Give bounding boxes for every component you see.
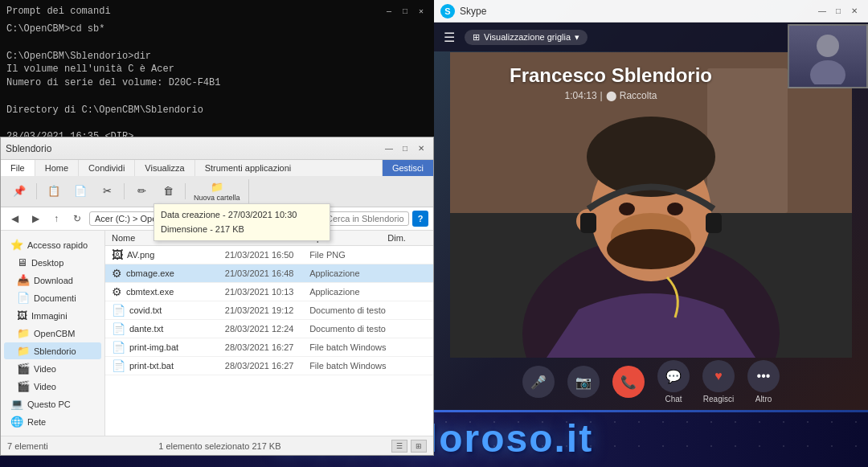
sidebar-item-documenti[interactable]: 📄 Documenti bbox=[4, 289, 101, 306]
file-name-av: 🖼 AV.png bbox=[105, 248, 225, 261]
view-chevron-icon: ▾ bbox=[575, 32, 579, 43]
cmd-close-btn[interactable]: ✕ bbox=[415, 5, 428, 18]
fe-close-btn[interactable]: ✕ bbox=[414, 141, 428, 156]
tooltip-popup: Data creazione - 27/03/2021 10:30 Dimens… bbox=[154, 203, 330, 241]
cbmage-icon: ⚙ bbox=[112, 267, 122, 280]
toolbar-new-folder-btn[interactable]: 📁 Nuova cartella bbox=[190, 179, 244, 203]
skype-minimize-btn[interactable]: — bbox=[815, 4, 829, 18]
call-duration-value: 1:04:13 bbox=[565, 90, 597, 101]
nav-refresh-btn[interactable]: ↻ bbox=[68, 210, 86, 227]
fe-title: Sblendorio bbox=[6, 143, 51, 154]
table-row[interactable]: 🖼 AV.png 21/03/2021 16:50 File PNG bbox=[105, 246, 433, 264]
grid-view-icon: ⊞ bbox=[473, 32, 480, 43]
skype-call: S Skype — □ ✕ ☰ ⊞ Visualizzazione grigli… bbox=[434, 0, 868, 410]
fe-statusbar: 7 elementi 1 elemento selezionato 217 KB… bbox=[1, 436, 433, 455]
table-row[interactable]: 📄 print-img.bat 28/03/2021 16:27 File ba… bbox=[105, 338, 433, 357]
cmd-line-3: C:\OpenCBM\Sblendorio>dir bbox=[6, 50, 428, 63]
toolbar-paste-btn[interactable]: 📄 bbox=[68, 183, 92, 199]
tab-home[interactable]: Home bbox=[35, 160, 79, 176]
skype-hamburger-btn[interactable]: ☰ bbox=[444, 30, 455, 45]
heart-icon: ♥ bbox=[714, 369, 723, 383]
view-list-btn[interactable]: ☰ bbox=[391, 440, 407, 453]
download-icon: 📥 bbox=[17, 274, 30, 286]
cmd-title: Prompt dei comandi bbox=[6, 6, 111, 17]
video1-icon: 🎬 bbox=[17, 363, 30, 375]
svg-point-12 bbox=[607, 229, 695, 269]
search-input[interactable] bbox=[321, 211, 409, 226]
table-row[interactable]: 📄 dante.txt 28/03/2021 12:24 Documento d… bbox=[105, 320, 433, 338]
nav-forward-btn[interactable]: ▶ bbox=[27, 210, 44, 227]
svg-point-9 bbox=[619, 203, 635, 215]
col-header-size: Dim. bbox=[387, 233, 433, 243]
chat-icon: 💬 bbox=[665, 369, 682, 384]
help-btn[interactable]: ? bbox=[412, 211, 428, 227]
cmd-minimize-btn[interactable]: — bbox=[383, 5, 395, 18]
status-selection-info: 1 elemento selezionato 217 KB bbox=[158, 441, 280, 451]
mute-btn[interactable]: 🎤 bbox=[522, 366, 555, 398]
react-btn[interactable]: ♥ Reagisci bbox=[702, 360, 735, 404]
toolbar-pin-btn[interactable]: 📌 bbox=[7, 183, 31, 199]
opencbm-icon: 📁 bbox=[17, 327, 30, 339]
table-row[interactable]: ⚙ cbmage.exe 21/03/2021 16:48 Applicazio… bbox=[105, 264, 433, 283]
cbmtext-icon: ⚙ bbox=[112, 285, 122, 298]
sidebar-item-sblendorio[interactable]: 📁 Sblendorio bbox=[4, 342, 101, 359]
table-row[interactable]: ⚙ cbmtext.exe 21/03/2021 10:13 Applicazi… bbox=[105, 283, 433, 301]
skype-view-label: Visualizzazione griglia bbox=[484, 32, 571, 42]
sidebar-item-video1[interactable]: 🎬 Video bbox=[4, 360, 101, 377]
covid-icon: 📄 bbox=[112, 304, 125, 317]
skype-maximize-btn[interactable]: □ bbox=[831, 4, 845, 18]
more-btn[interactable]: ••• Altro bbox=[747, 360, 780, 404]
sidebar-item-desktop[interactable]: 🖥 Desktop bbox=[4, 254, 101, 271]
end-call-circle: 📞 bbox=[612, 366, 645, 398]
immagini-icon: 🖼 bbox=[17, 309, 27, 322]
pin-icon: 📌 bbox=[13, 185, 26, 197]
fe-minimize-btn[interactable]: — bbox=[382, 141, 396, 156]
nav-up-btn[interactable]: ↑ bbox=[47, 210, 65, 227]
toolbar-group-2: 📋 📄 ✂ bbox=[42, 183, 125, 199]
svg-point-1 bbox=[810, 60, 845, 84]
fe-body: ⭐ Accesso rapido 🖥 Desktop 📥 Download bbox=[1, 231, 433, 436]
statusbar-view-controls: ☰ ⊞ bbox=[391, 440, 427, 453]
table-row[interactable]: 📄 print-txt.bat 28/03/2021 16:27 File ba… bbox=[105, 357, 433, 375]
file-name-dante: 📄 dante.txt bbox=[105, 322, 225, 335]
file-explorer: Sblendorio — □ ✕ File Home Condividi Vis… bbox=[0, 137, 434, 456]
sidebar-item-rete[interactable]: 🌐 Rete bbox=[4, 413, 101, 430]
fe-maximize-btn[interactable]: □ bbox=[398, 141, 412, 156]
toolbar-copy-btn[interactable]: 📋 bbox=[42, 183, 66, 199]
skype-win-controls: — □ ✕ bbox=[815, 4, 862, 18]
toolbar-move-btn[interactable]: ✂ bbox=[95, 183, 119, 199]
self-video-thumbnail bbox=[788, 24, 868, 88]
sidebar-item-download[interactable]: 📥 Download bbox=[4, 272, 101, 289]
video2-icon: 🎬 bbox=[17, 380, 30, 392]
sidebar-item-immagini[interactable]: 🖼 Immagini bbox=[4, 307, 101, 324]
cmd-line-5: Numero di serie del volume: D20C-F4B1 bbox=[6, 76, 428, 90]
chat-btn[interactable]: 💬 Chat bbox=[657, 360, 690, 404]
skype-close-btn[interactable]: ✕ bbox=[847, 4, 862, 18]
toolbar-rename-btn[interactable]: ✏ bbox=[129, 183, 154, 199]
tab-view[interactable]: Visualizza bbox=[135, 160, 194, 176]
sidebar-item-opencbm[interactable]: 📁 OpenCBM bbox=[4, 325, 101, 342]
call-duration: 1:04:13 | ⬤ Raccolta bbox=[434, 90, 788, 101]
more-icon: ••• bbox=[757, 369, 771, 383]
react-label: Reagisci bbox=[703, 395, 734, 404]
tab-file[interactable]: File bbox=[1, 160, 35, 176]
sidebar-item-questo-pc[interactable]: 💻 Questo PC bbox=[4, 395, 101, 412]
chat-label: Chat bbox=[665, 395, 682, 404]
sidebar-item-accesso-rapido[interactable]: ⭐ Accesso rapido bbox=[4, 236, 101, 253]
sidebar-item-video2[interactable]: 🎬 Video bbox=[4, 378, 101, 395]
person-avatar-svg bbox=[804, 28, 852, 84]
table-row[interactable]: 📄 covid.txt 21/03/2021 19:12 Documento d… bbox=[105, 301, 433, 320]
manage-tab[interactable]: Gestisci bbox=[383, 160, 433, 176]
view-grid-btn[interactable]: ⊞ bbox=[411, 440, 427, 453]
skype-view-btn[interactable]: ⊞ Visualizzazione griglia ▾ bbox=[465, 30, 588, 45]
nav-back-btn[interactable]: ◀ bbox=[6, 210, 23, 227]
print-img-icon: 📄 bbox=[112, 341, 125, 354]
help-icon: ? bbox=[418, 214, 424, 223]
end-call-btn[interactable]: 📞 bbox=[612, 366, 645, 398]
cmd-maximize-btn[interactable]: □ bbox=[399, 5, 411, 18]
tab-tools[interactable]: Strumenti applicazioni bbox=[195, 160, 383, 176]
dante-icon: 📄 bbox=[112, 322, 125, 335]
toolbar-delete-btn[interactable]: 🗑 bbox=[156, 183, 180, 199]
video-btn[interactable]: 📷 bbox=[567, 366, 600, 398]
tab-share[interactable]: Condividi bbox=[79, 160, 135, 176]
